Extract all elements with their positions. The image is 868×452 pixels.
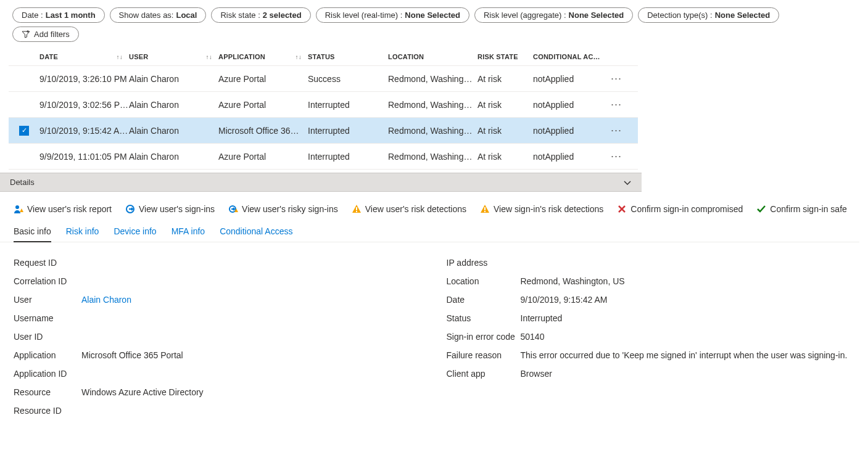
confirm-safe-button[interactable]: Confirm sign-in safe [756, 204, 847, 214]
cell-status: Success [308, 74, 388, 84]
value-failure-reason: This error occurred due to 'Keep me sign… [521, 350, 855, 360]
cell-risk-state: At risk [477, 152, 533, 162]
col-user[interactable]: User [129, 53, 148, 60]
label-username: Username [14, 313, 81, 323]
cell-location: Redmond, Washing… [388, 126, 477, 136]
cell-user: Alain Charon [129, 74, 218, 84]
view-user-risk-report-button[interactable]: View user's risk report [14, 204, 112, 214]
svg-marker-1 [20, 208, 23, 212]
svg-rect-9 [484, 207, 486, 210]
cell-risk-state: At risk [477, 100, 533, 110]
row-checkbox[interactable] [19, 126, 29, 136]
label-date: Date [447, 295, 521, 305]
cell-date: 9/10/2019, 3:02:56 P… [39, 100, 129, 110]
details-label: Details [10, 178, 35, 187]
cell-application: Microsoft Office 36… [218, 126, 308, 136]
cell-conditional: notApplied [533, 100, 604, 110]
label-correlation-id: Correlation ID [14, 276, 81, 286]
row-more-icon[interactable]: ··· [604, 150, 629, 163]
filter-risk-realtime[interactable]: Risk level (real-time) : None Selected [316, 7, 469, 23]
label-failure-reason: Failure reason [447, 350, 521, 360]
label-request-id: Request ID [14, 258, 81, 268]
x-icon [617, 204, 627, 214]
label-resource: Resource [14, 387, 81, 397]
col-conditional-access[interactable]: Conditional Acce… [533, 53, 604, 60]
svg-rect-6 [356, 207, 357, 210]
chevron-down-icon [623, 178, 632, 187]
cell-conditional: notApplied [533, 74, 604, 84]
cell-date: 9/10/2019, 3:26:10 PM [39, 74, 129, 84]
value-client-app: Browser [521, 369, 855, 379]
value-resource-id [81, 406, 422, 416]
cell-location: Redmond, Washing… [388, 100, 477, 110]
label-error-code: Sign-in error code [447, 332, 521, 342]
value-username [81, 313, 422, 323]
tab-mfa-info[interactable]: MFA info [172, 223, 205, 242]
table-row[interactable]: 9/9/2019, 8:48:39 PMAlain CharonAzure Po… [9, 170, 638, 173]
row-more-icon[interactable]: ··· [604, 98, 629, 111]
label-application: Application [14, 350, 81, 360]
cell-date: 9/9/2019, 11:01:05 PM [39, 152, 129, 162]
value-user-id [81, 332, 422, 342]
details-tabs: Basic info Risk info Device info MFA inf… [0, 220, 859, 242]
cell-conditional: notApplied [533, 152, 604, 162]
col-application[interactable]: Application [218, 53, 265, 60]
tab-risk-info[interactable]: Risk info [66, 223, 99, 242]
basic-info-panel: Request ID Correlation ID UserAlain Char… [0, 242, 868, 431]
sort-icon[interactable]: ↑↓ [117, 54, 123, 60]
cell-application: Azure Portal [218, 74, 308, 84]
table-row[interactable]: 9/10/2019, 3:26:10 PMAlain CharonAzure P… [9, 66, 638, 92]
table-row[interactable]: 9/10/2019, 9:15:42 A…Alain CharonMicroso… [9, 118, 638, 144]
label-user-id: User ID [14, 332, 81, 342]
row-more-icon[interactable]: ··· [604, 72, 629, 85]
cell-user: Alain Charon [129, 100, 218, 110]
filter-detection-type[interactable]: Detection type(s) : None Selected [638, 7, 779, 23]
view-user-risk-detections-button[interactable]: View user's risk detections [352, 204, 466, 214]
value-request-id [81, 258, 422, 268]
view-user-risky-signins-button[interactable]: View user's risky sign-ins [228, 204, 338, 214]
filter-risk-state[interactable]: Risk state : 2 selected [211, 7, 310, 23]
tab-basic-info[interactable]: Basic info [14, 223, 51, 242]
add-filters-button[interactable]: Add filters [12, 27, 79, 42]
cell-risk-state: At risk [477, 126, 533, 136]
value-date: 9/10/2019, 9:15:42 AM [521, 295, 855, 305]
warning-icon [352, 204, 362, 214]
value-application-id [81, 369, 422, 379]
filter-bar: Date : Last 1 month Show dates as: Local… [0, 0, 868, 25]
filter-date[interactable]: Date : Last 1 month [12, 7, 105, 23]
col-location[interactable]: Location [388, 53, 477, 60]
cell-conditional: notApplied [533, 126, 604, 136]
view-user-signins-button[interactable]: View user's sign-ins [125, 204, 215, 214]
view-signin-risk-detections-button[interactable]: View sign-in's risk detections [480, 204, 603, 214]
details-panel-header[interactable]: Details [0, 173, 642, 192]
table-row[interactable]: 9/10/2019, 3:02:56 P…Alain CharonAzure P… [9, 92, 638, 118]
details-actions: View user's risk report View user's sign… [0, 192, 868, 220]
col-date[interactable]: Date [39, 53, 58, 60]
filter-risk-aggregate[interactable]: Risk level (aggregate) : None Selected [474, 7, 633, 23]
cell-status: Interrupted [308, 152, 388, 162]
sort-icon[interactable]: ↑↓ [206, 54, 212, 60]
confirm-compromised-button[interactable]: Confirm sign-in compromised [617, 204, 743, 214]
col-risk-state[interactable]: Risk state [477, 53, 533, 60]
value-correlation-id [81, 276, 422, 286]
add-filter-icon [22, 30, 30, 39]
row-more-icon[interactable]: ··· [604, 124, 629, 137]
signins-grid: Date↑↓ User↑↓ Application↑↓ Status Locat… [9, 48, 638, 173]
add-filters-label: Add filters [34, 30, 70, 39]
label-client-app: Client app [447, 369, 521, 379]
tab-device-info[interactable]: Device info [114, 223, 156, 242]
col-status[interactable]: Status [308, 53, 388, 60]
label-user: User [14, 295, 81, 305]
label-ip: IP address [447, 258, 521, 268]
cell-risk-state: At risk [477, 74, 533, 84]
filter-show-dates[interactable]: Show dates as: Local [110, 7, 207, 23]
table-row[interactable]: 9/9/2019, 11:01:05 PMAlain CharonAzure P… [9, 144, 638, 170]
value-resource: Windows Azure Active Directory [81, 387, 422, 397]
sort-icon[interactable]: ↑↓ [296, 54, 302, 60]
signin-icon [125, 204, 135, 214]
label-application-id: Application ID [14, 369, 81, 379]
value-user-link[interactable]: Alain Charon [81, 295, 422, 305]
cell-user: Alain Charon [129, 126, 218, 136]
tab-conditional-access[interactable]: Conditional Access [220, 223, 292, 242]
value-status: Interrupted [521, 313, 855, 323]
